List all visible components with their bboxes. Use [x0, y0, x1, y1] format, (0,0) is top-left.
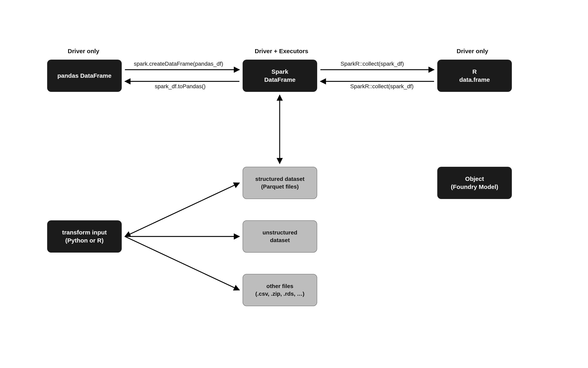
node-spark-dataframe: Spark DataFrame: [243, 60, 317, 92]
node-label: other files: [266, 282, 293, 290]
node-label: DataFrame: [264, 76, 295, 84]
node-unstructured-dataset: unstructured dataset: [243, 220, 317, 253]
arrow-transform-other: [125, 237, 239, 290]
node-object-foundry-model: Object (Foundry Model): [437, 167, 512, 199]
node-label: unstructured: [262, 229, 298, 237]
node-label: Object: [465, 175, 484, 183]
edge-label-pandas-to-spark: spark.createDataFrame(pandas_df): [134, 60, 223, 67]
node-r-dataframe: R data.frame: [437, 60, 512, 92]
node-label: (Python or R): [65, 237, 103, 245]
arrow-transform-structured: [125, 183, 239, 237]
node-transform-input: transform input (Python or R): [47, 220, 122, 253]
node-label: R: [472, 68, 477, 76]
node-label: Spark: [271, 68, 288, 76]
node-label: (.csv, .zip, .rds, …): [255, 290, 305, 298]
node-label: structured dataset: [255, 175, 305, 183]
node-label: dataset: [270, 237, 290, 244]
node-pandas-dataframe: pandas DataFrame: [47, 60, 122, 92]
node-other-files: other files (.csv, .zip, .rds, …): [243, 274, 317, 306]
node-label: (Foundry Model): [451, 183, 498, 191]
edge-label-spark-to-r: SparkR::collect(spark_df): [341, 60, 404, 67]
node-label: (Parquet files): [261, 183, 299, 191]
edge-label-spark-to-pandas: spark_df.toPandas(): [155, 83, 205, 89]
node-label: data.frame: [459, 76, 490, 84]
header-driver-only-left: Driver only: [68, 47, 99, 54]
node-structured-dataset: structured dataset (Parquet files): [243, 167, 317, 199]
edge-label-r-to-spark: SparkR::collect(spark_df): [350, 83, 413, 89]
diagram-canvas: Driver only Driver + Executors Driver on…: [0, 0, 588, 368]
node-label: pandas DataFrame: [57, 72, 112, 80]
header-driver-executors: Driver + Executors: [255, 47, 308, 54]
node-label: transform input: [62, 228, 107, 237]
header-driver-only-right: Driver only: [457, 47, 488, 54]
